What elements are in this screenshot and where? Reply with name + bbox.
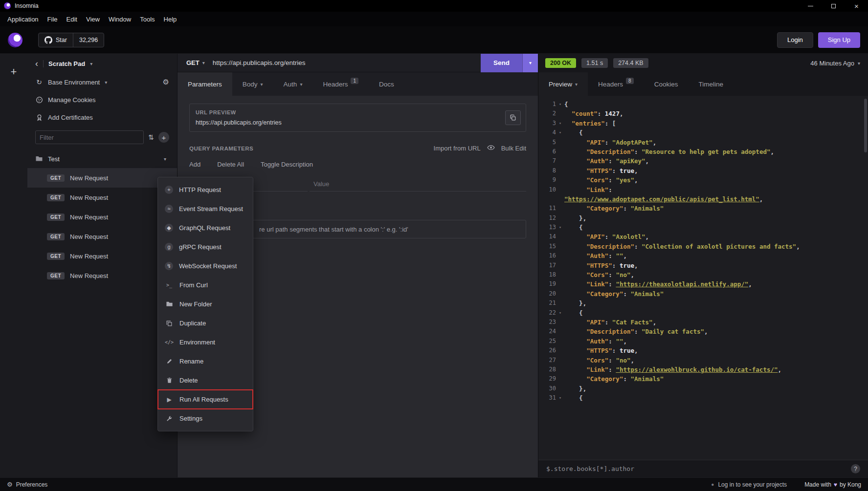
menu-item-tools[interactable]: Tools xyxy=(135,14,159,25)
line-number: 6 xyxy=(538,147,556,156)
chevron-down-icon[interactable]: ▾ xyxy=(90,61,92,66)
menu-item-help[interactable]: Help xyxy=(159,14,181,25)
tab-headers[interactable]: Headers1 xyxy=(312,72,369,96)
bulk-edit-button[interactable]: Bulk Edit xyxy=(501,145,526,152)
minimize-button[interactable] xyxy=(799,0,822,12)
add-certificates-row[interactable]: Add Certificates xyxy=(27,108,177,126)
fold-icon[interactable]: ▾ xyxy=(556,128,564,137)
tab-cookies[interactable]: Cookies xyxy=(644,72,689,96)
toggle-description-button[interactable]: Toggle Description xyxy=(261,161,313,168)
context-menu-item-graphql-request[interactable]: ◆GraphQL Request xyxy=(158,218,253,237)
context-menu-item-delete[interactable]: Delete xyxy=(158,371,253,390)
context-menu-item-settings[interactable]: Settings xyxy=(158,409,253,428)
tab-headers[interactable]: Headers8 xyxy=(588,72,644,96)
fold-gap xyxy=(556,147,564,156)
response-history-dropdown[interactable]: 46 Minutes Ago ▾ xyxy=(810,60,860,67)
filter-input[interactable] xyxy=(35,130,144,144)
line-number: 10 xyxy=(538,185,556,194)
fold-icon[interactable]: ▾ xyxy=(556,119,564,128)
fold-icon[interactable]: ▾ xyxy=(556,223,564,232)
menu-item-view[interactable]: View xyxy=(82,14,104,25)
tab-docs[interactable]: Docs xyxy=(369,72,404,96)
import-from-url-button[interactable]: Import from URL xyxy=(434,145,481,152)
json-link[interactable]: "https://alexwohlbruck.github.io/cat-fac… xyxy=(616,366,778,373)
signup-button[interactable]: Sign Up xyxy=(818,32,860,48)
context-menu: +HTTP Request≈Event Stream Request◆Graph… xyxy=(157,177,253,431)
back-chevron-icon[interactable]: ‹ xyxy=(35,59,38,68)
tab-preview[interactable]: Preview▾ xyxy=(538,72,588,96)
star-count[interactable]: 32,296 xyxy=(73,33,104,47)
context-menu-item-environment[interactable]: </>Environment xyxy=(158,333,253,352)
add-request-button[interactable]: + xyxy=(158,132,169,143)
context-menu-item-new-folder[interactable]: New Folder xyxy=(158,295,253,314)
sort-icon[interactable]: ⇅ xyxy=(148,133,154,141)
manage-cookies-row[interactable]: Manage Cookies xyxy=(27,91,177,108)
fold-gap xyxy=(556,337,564,346)
request-list-item[interactable]: GETNew Request xyxy=(27,246,177,266)
jsonpath-filter-input[interactable] xyxy=(546,465,851,472)
request-list-item[interactable]: GETNew Request xyxy=(27,207,177,227)
preferences-button[interactable]: ⚙ Preferences xyxy=(7,481,47,488)
scrollbar[interactable] xyxy=(863,96,868,460)
workspace-name[interactable]: Scratch Pad xyxy=(48,60,85,67)
folder-icon xyxy=(35,155,43,163)
tab-timeline[interactable]: Timeline xyxy=(688,72,734,96)
menu-item-edit[interactable]: Edit xyxy=(62,14,82,25)
menu-item-application[interactable]: Application xyxy=(3,14,43,25)
line-number: 14 xyxy=(538,232,556,241)
context-menu-item-rename[interactable]: Rename xyxy=(158,352,253,371)
close-button[interactable]: × xyxy=(845,0,868,12)
github-star-button[interactable]: Star xyxy=(39,33,73,47)
method-dropdown[interactable]: GET ▾ xyxy=(186,59,205,66)
fold-icon[interactable]: ▾ xyxy=(556,100,564,109)
base-environment-row[interactable]: ↻ Base Environment ▾ ⚙ xyxy=(27,73,177,91)
delete-all-button[interactable]: Delete All xyxy=(217,161,244,168)
tab-body[interactable]: Body▾ xyxy=(232,72,273,96)
context-menu-item-websocket-request[interactable]: ↯WebSocket Request xyxy=(158,256,253,276)
gear-icon[interactable]: ⚙ xyxy=(163,78,169,86)
send-options-button[interactable]: ▾ xyxy=(522,54,538,72)
tab-auth[interactable]: Auth▾ xyxy=(273,72,313,96)
fold-gap xyxy=(556,365,564,374)
add-button[interactable]: Add xyxy=(189,161,200,168)
request-list-item[interactable]: GETNew Request xyxy=(27,168,177,188)
login-button[interactable]: Login xyxy=(777,32,813,48)
scrollbar-thumb[interactable] xyxy=(864,99,867,152)
request-list-item[interactable]: GETNew Request xyxy=(27,227,177,246)
json-link[interactable]: "https://www.adoptapet.com/public/apis/p… xyxy=(564,195,759,203)
fold-icon[interactable]: ▾ xyxy=(556,393,564,403)
url-input[interactable]: https://api.publicapis.org/entries xyxy=(213,59,306,66)
menu-item-window[interactable]: Window xyxy=(104,14,135,25)
menu-item-file[interactable]: File xyxy=(43,14,62,25)
copy-button[interactable] xyxy=(505,110,521,125)
help-icon[interactable]: ? xyxy=(851,464,860,473)
request-list-item[interactable]: GETNew Request xyxy=(27,188,177,207)
context-menu-item-event-stream-request[interactable]: ≈Event Stream Request xyxy=(158,199,253,218)
context-menu-item-http-request[interactable]: +HTTP Request xyxy=(158,180,253,199)
fold-icon[interactable]: ▾ xyxy=(556,308,564,318)
eye-icon[interactable] xyxy=(487,144,495,153)
add-workspace-button[interactable]: + xyxy=(11,66,17,477)
chevron-down-icon[interactable]: ▾ xyxy=(164,156,166,162)
request-list-item[interactable]: GETNew Request xyxy=(27,266,177,285)
json-link[interactable]: "https://theaxolotlapi.netlify.app/" xyxy=(616,280,748,288)
context-menu-item-run-all-requests[interactable]: ▶Run All Requests xyxy=(158,390,253,409)
github-star-widget[interactable]: Star 32,296 xyxy=(38,33,104,47)
github-icon xyxy=(45,36,52,44)
tab-label: Cookies xyxy=(654,81,678,88)
context-menu-item-grpc-request[interactable]: ggRPC Request xyxy=(158,237,253,256)
websocket-icon: ↯ xyxy=(165,262,173,270)
tab-parameters[interactable]: Parameters xyxy=(178,72,232,96)
maximize-button[interactable] xyxy=(822,0,845,12)
code-text: }, xyxy=(564,299,586,308)
tab-label: Auth xyxy=(284,81,297,88)
code-text: { xyxy=(564,100,568,109)
send-button[interactable]: Send xyxy=(481,54,522,72)
context-menu-item-from-curl[interactable]: >_From Curl xyxy=(158,276,253,295)
param-value-input[interactable] xyxy=(310,177,526,192)
request-name: New Request xyxy=(70,253,108,260)
context-menu-item-duplicate[interactable]: Duplicate xyxy=(158,314,253,333)
folder-row-test[interactable]: Test ▾ xyxy=(27,149,177,168)
line-number xyxy=(538,194,556,204)
login-hint[interactable]: ● Log in to see your projects xyxy=(711,481,787,488)
